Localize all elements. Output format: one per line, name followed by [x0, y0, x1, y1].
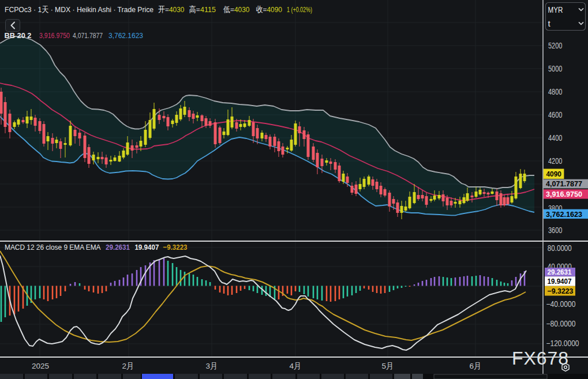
- svg-text:19.9407: 19.9407: [134, 243, 159, 252]
- svg-text:4800: 4800: [548, 87, 563, 96]
- svg-text:6月: 6月: [469, 362, 481, 370]
- svg-text:80.0000: 80.0000: [548, 243, 572, 253]
- svg-text:−120.0000: −120.0000: [546, 339, 579, 348]
- svg-text:4030: 4030: [234, 5, 250, 14]
- svg-text:19.9407: 19.9407: [548, 277, 572, 286]
- svg-text:3,762.1623: 3,762.1623: [546, 210, 582, 219]
- svg-text:开=: 开=: [158, 5, 169, 14]
- svg-text:5月: 5月: [381, 362, 394, 370]
- svg-text:5200: 5200: [548, 41, 563, 50]
- svg-text:29.2631: 29.2631: [548, 268, 572, 276]
- svg-text:MYR: MYR: [548, 5, 563, 14]
- svg-text:3月: 3月: [205, 362, 218, 370]
- svg-text:高=: 高=: [189, 5, 200, 14]
- svg-text:4,071.7877: 4,071.7877: [546, 179, 582, 188]
- svg-text:3,762.1623: 3,762.1623: [108, 31, 143, 40]
- svg-text:4月: 4月: [289, 362, 301, 370]
- svg-text:FCPOc3 · 1天 · MDX · Heikin Ash: FCPOc3 · 1天 · MDX · Heikin Ashi · Trade …: [5, 5, 153, 14]
- svg-text:4,071.7877: 4,071.7877: [73, 31, 103, 40]
- svg-text:4400: 4400: [548, 133, 563, 142]
- svg-text:4090: 4090: [546, 170, 562, 178]
- svg-text:4090: 4090: [267, 5, 283, 14]
- svg-text:MACD 12 26 close 9 EMA EMA: MACD 12 26 close 9 EMA EMA: [5, 243, 101, 252]
- svg-text:4115: 4115: [200, 5, 216, 14]
- svg-text:3600: 3600: [548, 226, 563, 235]
- svg-text:3,916.9750: 3,916.9750: [39, 31, 70, 40]
- svg-text:2月: 2月: [122, 362, 134, 370]
- svg-text:4200: 4200: [548, 156, 563, 166]
- svg-text:低=: 低=: [223, 5, 234, 14]
- svg-text:4030: 4030: [169, 5, 185, 14]
- svg-text:−80.0000: −80.0000: [546, 319, 576, 328]
- svg-text:5000: 5000: [548, 64, 563, 73]
- svg-text:−40.0000: −40.0000: [546, 299, 576, 309]
- svg-text:−9.3223: −9.3223: [163, 243, 188, 252]
- svg-text:2025: 2025: [32, 362, 49, 370]
- svg-text:−9.3223: −9.3223: [548, 287, 574, 295]
- svg-text:BB 20 2: BB 20 2: [5, 31, 32, 40]
- svg-text:收=: 收=: [256, 5, 267, 14]
- svg-text:4600: 4600: [548, 110, 563, 119]
- svg-text:29.2631: 29.2631: [106, 243, 130, 252]
- svg-text:FX678: FX678: [512, 348, 570, 369]
- svg-text:3,916.9750: 3,916.9750: [546, 190, 582, 198]
- svg-text:1 (+0.02%): 1 (+0.02%): [287, 5, 312, 14]
